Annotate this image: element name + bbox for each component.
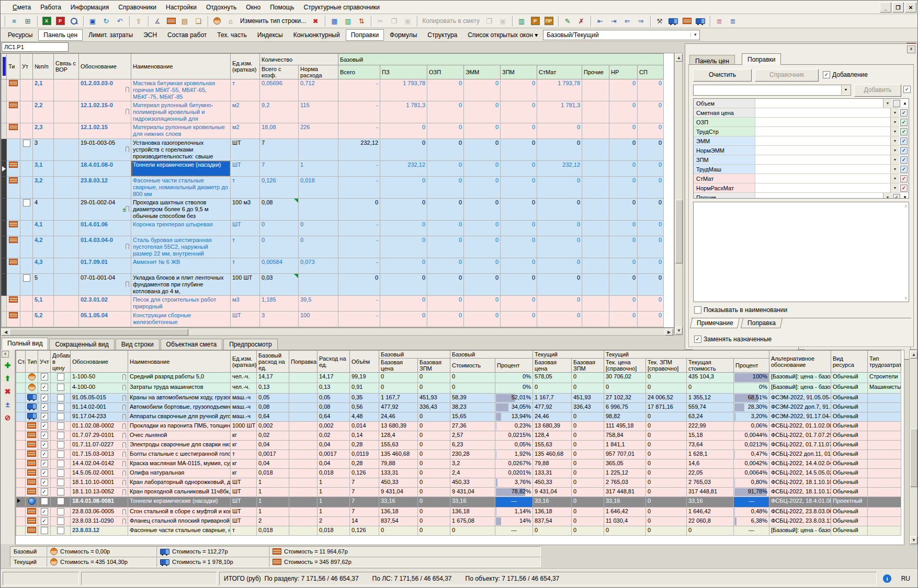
column-header[interactable]: Текущая стоимость — [687, 359, 734, 373]
copy-to-estimate-label[interactable]: Копировать в смету — [420, 17, 482, 25]
cell-cur-base-zpm[interactable]: 0 — [572, 508, 604, 517]
cell-name[interactable]: Сталь буровая шестигранная пустотелая 55… — [131, 236, 231, 258]
cell-cur-price[interactable]: 6 996,75 — [604, 403, 646, 412]
column-header[interactable]: Текущий — [533, 351, 604, 359]
column-header[interactable]: Ти — [7, 54, 20, 79]
column-header[interactable]: Базовая ЗПМ — [572, 359, 604, 373]
cell-cur-cost[interactable]: 1 628,1 — [687, 450, 734, 459]
column-header[interactable]: ПЗ — [380, 65, 427, 79]
cell-basis[interactable]: 14.5.05.02-0001 — [71, 469, 128, 478]
cell-resource-kind[interactable]: Обычный — [831, 488, 868, 497]
cell-base-zpm[interactable]: 0 — [418, 469, 450, 478]
cell-rate[interactable]: 0,13 — [318, 383, 350, 394]
resource-row[interactable]: 18.4.01.08-0081Тоннели керамические (нас… — [16, 497, 901, 508]
cell-unit[interactable]: т — [231, 236, 260, 258]
cell-cur-cost[interactable]: 73,64 — [687, 441, 734, 450]
row-indicator[interactable] — [2, 296, 7, 312]
cell-alt-basis[interactable]: ФСБЦ-2022, 01.7.11.07 — [769, 441, 831, 450]
correction-row-checkbox[interactable]: ✓ — [893, 194, 900, 199]
cell-type-icon[interactable] — [26, 412, 38, 422]
cell-vor-link[interactable] — [54, 101, 79, 123]
add-to-price-checkbox[interactable] — [57, 488, 64, 495]
cell-ozp[interactable]: 0 — [427, 199, 464, 221]
cell-labor-type[interactable] — [868, 403, 901, 412]
cell-cur-base-price[interactable]: 136,18 — [533, 508, 572, 517]
cell-base-zpm[interactable]: 0 — [418, 478, 450, 488]
cell-cur-base-zpm[interactable]: 0 — [572, 441, 604, 450]
correction-row-checkbox[interactable]: ✓ — [900, 119, 908, 126]
column-header[interactable]: СП — [638, 65, 664, 79]
cell-volume[interactable]: 7 — [350, 497, 379, 508]
cell-basis[interactable]: 18.4.01.08-0081 — [71, 497, 128, 508]
cell-norm[interactable]: 0 — [299, 221, 338, 236]
cell-base-zpm[interactable]: 0 — [418, 517, 450, 526]
cell-number[interactable]: 3,2 — [33, 177, 54, 199]
column-header[interactable]: Количество — [260, 54, 338, 65]
cell-nr[interactable]: 0 — [609, 79, 638, 101]
cell-type-icon[interactable] — [7, 236, 20, 258]
cell-status[interactable] — [16, 403, 26, 412]
included-checkbox[interactable]: ✓ — [41, 432, 48, 439]
tab-9[interactable]: Поправки — [346, 29, 384, 41]
cell-base-zpm[interactable]: 451,93 — [418, 394, 450, 403]
cell-cost[interactable]: 3,2 — [450, 459, 495, 469]
cell-cur-percent[interactable]: 6,38% — [734, 517, 769, 526]
cell-emm[interactable]: 0 — [464, 79, 501, 101]
cell-cur-percent[interactable]: 3,20% — [734, 412, 769, 422]
cell-volume[interactable]: 0,014 — [350, 422, 379, 431]
row-indicator[interactable] — [2, 79, 7, 101]
replace-assigned-checkbox[interactable]: ✓ — [694, 336, 701, 343]
cell-other[interactable] — [582, 312, 609, 327]
cell-type-icon[interactable] — [7, 79, 20, 101]
cell-ozp[interactable]: 0 — [427, 139, 464, 161]
cell-stmat[interactable]: 0 — [537, 123, 582, 139]
view-tab-4[interactable]: Объектная смета — [161, 339, 223, 350]
cell-cur-base-price[interactable]: 0 — [533, 383, 572, 394]
cell-volume[interactable]: 0,91 — [350, 383, 379, 394]
cell-name[interactable]: Фасонные части стальные сварные, номин — [128, 526, 231, 536]
cell-add-to-price[interactable] — [51, 469, 71, 478]
cell-base-zpm[interactable]: 0 — [418, 412, 450, 422]
cell-name[interactable]: Фланец стальной плоский приварной, марк — [128, 517, 231, 526]
included-checkbox[interactable]: ✓ — [41, 394, 48, 401]
cell-total[interactable]: - — [338, 258, 380, 274]
cell-cur-percent[interactable]: 68,51% — [734, 394, 769, 403]
cell-included[interactable]: ✓ — [38, 441, 51, 450]
cell-cost[interactable]: 230,28 — [450, 450, 495, 459]
cell-type-icon[interactable] — [26, 450, 38, 459]
cell-cur-cost[interactable]: 15,18 — [687, 431, 734, 441]
cell-status[interactable] — [16, 431, 26, 441]
correction-row-value[interactable] — [755, 136, 890, 145]
cell-base-rate[interactable]: 1 — [257, 478, 289, 488]
menu-item-2[interactable]: Работа — [36, 2, 66, 13]
cell-base-percent[interactable]: 13,94% — [495, 412, 533, 422]
cell-labor-type[interactable] — [868, 469, 901, 478]
cell-basis[interactable]: 01.4.01.06 — [79, 221, 131, 236]
column-header[interactable]: СтМат — [537, 65, 582, 79]
cell-base-percent[interactable]: --- — [495, 497, 533, 508]
cell-name[interactable]: Материалы рулонные кровельные для нижних… — [131, 123, 231, 139]
cell-included[interactable]: ✓ — [38, 422, 51, 431]
cell-unit[interactable]: т — [231, 450, 257, 459]
copy-icon[interactable]: ❐ — [387, 15, 401, 27]
view-tab-5[interactable]: Предпросмотр — [223, 339, 277, 350]
level-down-icon[interactable]: ⇥ — [607, 15, 620, 27]
cell-stmat[interactable]: 0 — [537, 274, 582, 296]
cell-cur-percent[interactable]: --- — [734, 526, 769, 536]
cell-norm[interactable]: 0,073 — [299, 258, 338, 274]
cell-cur-percent[interactable]: 0,0213% — [734, 441, 769, 450]
cell-pz[interactable]: 1 793,78 — [380, 79, 427, 101]
cell-norm[interactable]: 115 — [299, 101, 338, 123]
cell-base-rate[interactable]: 1 — [257, 508, 289, 517]
cell-cur-zpm[interactable]: 0 — [646, 508, 687, 517]
cell-base-price[interactable]: 0 — [379, 383, 418, 394]
column-header[interactable]: ЗПМ — [501, 65, 537, 79]
cell-ozp[interactable]: 0 — [427, 177, 464, 199]
add-button[interactable]: Добавить — [854, 84, 901, 97]
add-all-checkbox[interactable]: ✓ — [903, 86, 911, 93]
cell-name[interactable]: Краны на автомобильном ходу, грузоподъем — [128, 394, 231, 403]
cell-unit[interactable]: т — [231, 258, 260, 274]
cell-base-percent[interactable]: --- — [495, 526, 533, 536]
cell-add-to-price[interactable] — [51, 431, 71, 441]
cell-cur-cost[interactable]: 0 — [687, 526, 734, 536]
